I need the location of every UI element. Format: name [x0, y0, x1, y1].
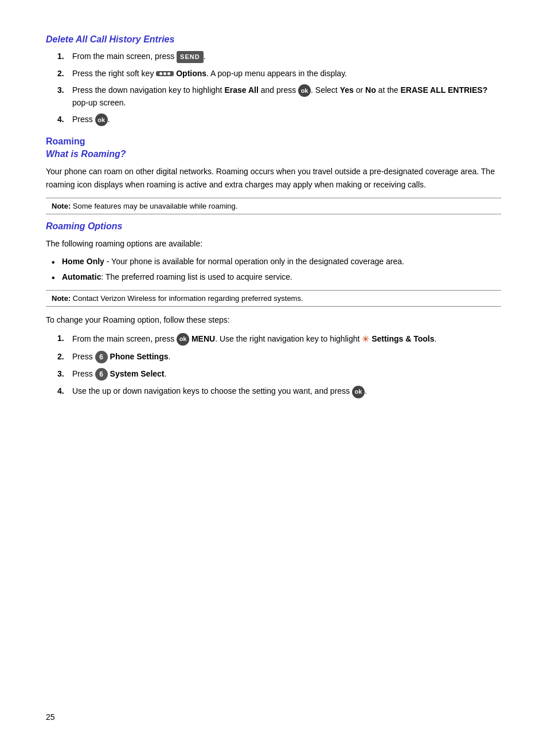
change-step-2: 2. Press 6 Phone Settings. — [57, 351, 501, 363]
delete-step-2: 2. Press the right soft key Options. A p… — [57, 68, 501, 80]
note-text-2: Contact Verizon Wireless for information… — [73, 294, 303, 303]
options-button-icon — [156, 71, 174, 76]
change-step-num-1: 1. — [57, 332, 68, 346]
ok-button-icon-3: ok — [352, 386, 365, 398]
delete-step-3: 3. Press the down navigation key to high… — [57, 84, 501, 109]
ok-button-icon-2: ok — [95, 113, 108, 126]
change-steps-list: 1. From the main screen, press ok MENU. … — [46, 332, 501, 398]
change-step-content-3: Press 6 System Select. — [72, 368, 501, 381]
step-num-3: 3. — [57, 84, 68, 109]
what-is-roaming-title: What is Roaming? — [46, 149, 501, 159]
roaming-option-automatic: Automatic: The preferred roaming list is… — [52, 271, 501, 283]
roaming-options-intro: The following roaming options are availa… — [46, 237, 501, 250]
change-intro: To change your Roaming option, follow th… — [46, 314, 501, 326]
step-num-2: 2. — [57, 68, 68, 80]
six-button-icon-2: 6 — [95, 368, 108, 381]
step-content-1: From the main screen, press SEND. — [72, 50, 501, 63]
send-button-icon: SEND — [177, 51, 204, 63]
step-num-1: 1. — [57, 50, 68, 63]
change-step-num-4: 4. — [57, 385, 68, 398]
change-step-content-2: Press 6 Phone Settings. — [72, 351, 501, 363]
page-number: 25 — [46, 712, 55, 722]
change-step-content-1: From the main screen, press ok MENU. Use… — [72, 332, 501, 346]
roaming-options-list: Home Only - Your phone is available for … — [46, 256, 501, 283]
change-step-num-2: 2. — [57, 351, 68, 363]
roaming-heading: Roaming — [46, 136, 501, 147]
change-step-3: 3. Press 6 System Select. — [57, 368, 501, 381]
step-content-2: Press the right soft key Options. A pop-… — [72, 68, 501, 80]
change-step-content-4: Use the up or down navigation keys to ch… — [72, 385, 501, 398]
step-content-3: Press the down navigation key to highlig… — [72, 84, 501, 109]
delete-title: Delete All Call History Entries — [46, 34, 501, 45]
what-is-roaming-body: Your phone can roam on other digital net… — [46, 165, 501, 191]
note-label-1: Note: — [52, 202, 71, 210]
roaming-option-home-only: Home Only - Your phone is available for … — [52, 256, 501, 268]
roaming-section: Roaming What is Roaming? Your phone can … — [46, 136, 501, 398]
note-box-1: Note: Some features may be unavailable w… — [46, 198, 501, 214]
step-num-4: 4. — [57, 113, 68, 126]
change-step-1: 1. From the main screen, press ok MENU. … — [57, 332, 501, 346]
step-content-4: Press ok. — [72, 113, 501, 126]
menu-button-icon: ok — [177, 333, 189, 346]
note-box-2: Note: Contact Verizon Wireless for infor… — [46, 290, 501, 307]
six-button-icon-1: 6 — [95, 351, 108, 363]
change-step-4: 4. Use the up or down navigation keys to… — [57, 385, 501, 398]
roaming-options-title: Roaming Options — [46, 221, 501, 232]
note-label-2: Note: — [52, 294, 71, 303]
delete-steps-list: 1. From the main screen, press SEND. 2. … — [46, 50, 501, 126]
ok-button-icon-1: ok — [298, 84, 311, 97]
change-step-num-3: 3. — [57, 368, 68, 381]
settings-tools-icon: ✳ — [362, 332, 369, 346]
note-text-1: Some features may be unavailable while r… — [73, 202, 238, 210]
delete-section: Delete All Call History Entries 1. From … — [46, 34, 501, 126]
delete-step-4: 4. Press ok. — [57, 113, 501, 126]
delete-step-1: 1. From the main screen, press SEND. — [57, 50, 501, 63]
